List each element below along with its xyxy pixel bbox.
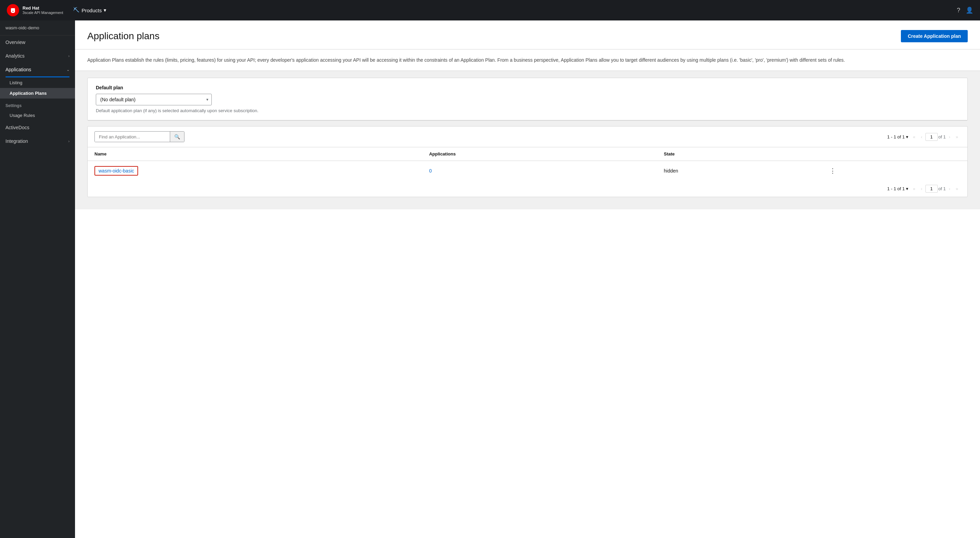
brand-subtitle: 3scale API Management: [22, 11, 63, 15]
pag-next-bottom-button[interactable]: ›: [946, 185, 952, 193]
chevron-down-icon: ⌄: [67, 67, 70, 72]
col-state: State: [657, 147, 821, 161]
plan-state-cell: hidden: [657, 161, 821, 181]
sidebar-settings-header: Settings: [0, 99, 75, 110]
brand-text: Red Hat 3scale API Management: [22, 5, 63, 15]
table-footer: 1 - 1 of 1 ▾ « ‹ of 1 › »: [88, 181, 967, 197]
usage-rules-label: Usage Rules: [10, 113, 35, 118]
pag-page-input-top[interactable]: [926, 133, 938, 141]
sidebar-sub-application-plans[interactable]: Application Plans: [0, 88, 75, 99]
pag-next-button[interactable]: ›: [946, 133, 952, 141]
layout: wasm-oidc-demo Overview Analytics › Appl…: [0, 21, 980, 538]
main-content: Application plans Create Application pla…: [75, 21, 980, 538]
plan-app-count: 0: [429, 168, 432, 173]
sidebar-item-analytics[interactable]: Analytics ›: [0, 49, 75, 63]
pagination-top: 1 - 1 of 1 ▾ « ‹ of 1 › »: [887, 133, 961, 141]
top-navigation: Red Hat 3scale API Management ⛏ Products…: [0, 0, 980, 21]
activedocs-label: ActiveDocs: [5, 125, 29, 130]
default-plan-section: Default plan (No default plan) ▾ Default…: [88, 78, 967, 120]
help-icon[interactable]: ?: [957, 7, 960, 14]
pagination-top-range: 1 - 1 of 1: [887, 134, 905, 139]
sidebar-applications-label: Applications: [5, 67, 31, 72]
pag-of-label-bottom: of 1: [939, 186, 946, 191]
page-description: Application Plans establish the rules (l…: [75, 49, 980, 71]
default-plan-select[interactable]: (No default plan): [96, 94, 212, 105]
sidebar-item-activedocs[interactable]: ActiveDocs: [0, 121, 75, 134]
plans-table: Name Applications State wasm-oidc-basic: [88, 147, 967, 181]
sidebar-sub-usage-rules[interactable]: Usage Rules: [0, 110, 75, 121]
create-application-plan-button[interactable]: Create Application plan: [901, 30, 968, 42]
pagination-top-nav: « ‹ of 1 › »: [910, 133, 961, 141]
col-applications: Applications: [422, 147, 657, 161]
plans-table-head: Name Applications State: [88, 147, 967, 161]
col-name: Name: [88, 147, 422, 161]
pagination-bottom: 1 - 1 of 1 ▾ « ‹ of 1 › »: [887, 185, 961, 193]
default-plan-card: Default plan (No default plan) ▾ Default…: [87, 78, 968, 121]
pag-page-input-bottom[interactable]: [926, 185, 938, 193]
pag-first-bottom-button[interactable]: «: [910, 185, 918, 193]
sidebar-sub-listing[interactable]: Listing: [0, 77, 75, 88]
chevron-down-pag-icon[interactable]: ▾: [906, 134, 908, 139]
page-header: Application plans Create Application pla…: [75, 21, 980, 49]
pagination-top-info: 1 - 1 of 1 ▾: [887, 134, 908, 139]
sidebar-overview-label: Overview: [5, 40, 25, 45]
plan-actions-cell: ⋮: [820, 161, 967, 181]
content-area: Default plan (No default plan) ▾ Default…: [75, 71, 980, 209]
pag-first-button[interactable]: «: [910, 133, 918, 141]
pag-last-bottom-button[interactable]: »: [953, 185, 961, 193]
products-label: Products: [81, 8, 102, 13]
plans-table-card: 🔍 1 - 1 of 1 ▾ « ‹ of 1 ›: [87, 126, 968, 197]
page-title: Application plans: [87, 31, 159, 41]
listing-label: Listing: [10, 80, 22, 85]
sidebar-item-integration[interactable]: Integration ›: [0, 134, 75, 148]
sidebar-item-overview[interactable]: Overview: [0, 35, 75, 49]
chevron-right-icon: ›: [68, 54, 70, 58]
products-icon: ⛏: [73, 7, 80, 14]
chevron-right-icon-integration: ›: [68, 139, 70, 143]
plan-name-link[interactable]: wasm-oidc-basic: [94, 166, 138, 175]
topnav-right: ? 👤: [957, 6, 973, 14]
pagination-bottom-info: 1 - 1 of 1 ▾: [887, 186, 908, 191]
pag-last-button[interactable]: »: [953, 133, 961, 141]
plans-table-header-row: Name Applications State: [88, 147, 967, 161]
chevron-down-icon: ▾: [103, 7, 107, 13]
row-kebab-menu-button[interactable]: ⋮: [827, 166, 838, 176]
user-icon[interactable]: 👤: [966, 6, 973, 14]
products-nav[interactable]: ⛏ Products ▾: [70, 5, 110, 16]
sidebar-item-applications[interactable]: Applications ⌄: [0, 63, 75, 76]
search-input[interactable]: [95, 132, 170, 142]
chevron-down-pag-bottom-icon[interactable]: ▾: [906, 186, 908, 191]
topnav-left: Red Hat 3scale API Management ⛏ Products…: [7, 4, 110, 16]
search-bar: 🔍 1 - 1 of 1 ▾ « ‹ of 1 ›: [88, 126, 967, 147]
pag-prev-bottom-button[interactable]: ‹: [918, 185, 924, 193]
sidebar: wasm-oidc-demo Overview Analytics › Appl…: [0, 21, 75, 538]
search-button[interactable]: 🔍: [170, 132, 184, 142]
plan-state: hidden: [664, 168, 678, 173]
search-input-wrap: 🔍: [94, 131, 185, 142]
plans-table-body: wasm-oidc-basic 0 hidden ⋮: [88, 161, 967, 181]
table-row: wasm-oidc-basic 0 hidden ⋮: [88, 161, 967, 181]
sidebar-tenant: wasm-oidc-demo: [0, 21, 75, 35]
default-plan-select-wrapper: (No default plan) ▾: [96, 94, 212, 105]
plan-name-cell: wasm-oidc-basic: [88, 161, 422, 181]
sidebar-analytics-label: Analytics: [5, 53, 25, 59]
col-actions: [820, 147, 967, 161]
default-plan-label: Default plan: [96, 85, 959, 90]
pagination-bottom-nav: « ‹ of 1 › »: [910, 185, 961, 193]
default-plan-hint: Default application plan (if any) is sel…: [96, 108, 959, 113]
pagination-bottom-range: 1 - 1 of 1: [887, 186, 905, 191]
pag-prev-button[interactable]: ‹: [918, 133, 924, 141]
pag-of-label-top: of 1: [939, 134, 946, 139]
brand-name: Red Hat: [22, 5, 63, 11]
redhat-logo: [7, 4, 19, 16]
plan-applications-cell: 0: [422, 161, 657, 181]
brand-logo-area: Red Hat 3scale API Management: [7, 4, 63, 16]
application-plans-label: Application Plans: [10, 91, 47, 96]
integration-label: Integration: [5, 138, 28, 144]
